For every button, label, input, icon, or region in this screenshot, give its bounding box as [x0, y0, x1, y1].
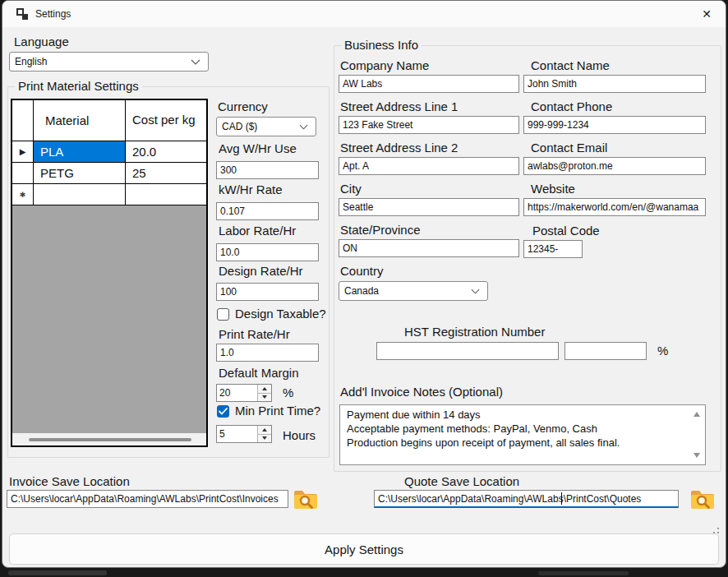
margin-spinner[interactable] [216, 384, 272, 402]
table-row-new[interactable]: ✱ [12, 184, 206, 205]
business-info-label: Business Info [341, 38, 422, 52]
website-input[interactable] [523, 198, 706, 216]
contact-phone-input[interactable] [523, 116, 706, 134]
min-hours-spinner[interactable] [216, 425, 272, 443]
min-print-time-label: Min Print Time? [235, 404, 320, 418]
resize-grip[interactable] [709, 524, 719, 533]
invoice-browse-button[interactable] [292, 487, 320, 511]
title-bar[interactable]: Settings ✕ [2, 1, 726, 27]
margin-increment-button[interactable] [258, 385, 271, 393]
hst-number-input[interactable] [376, 342, 559, 360]
desktop-artifact [538, 571, 629, 575]
material-cell[interactable]: PETG [34, 163, 126, 184]
grid-empty-area [12, 205, 206, 433]
row-header-cell[interactable]: ▶ [12, 141, 34, 163]
margin-input[interactable] [217, 385, 257, 401]
min-hours-spinner-buttons [257, 426, 271, 442]
cost-cell[interactable] [126, 184, 206, 205]
company-name-label: Company Name [340, 58, 429, 72]
grid-header-row: Material Cost per kg [12, 100, 206, 141]
margin-spinner-buttons [257, 385, 271, 401]
kwhr-rate-input[interactable] [216, 202, 319, 220]
min-hours-decrement-button[interactable] [258, 434, 271, 443]
language-value: English [15, 56, 47, 67]
min-hours-input[interactable] [217, 426, 257, 442]
quote-save-location-label: Quote Save Location [404, 474, 519, 488]
labor-rate-input[interactable] [216, 243, 319, 261]
language-select[interactable]: English [9, 52, 209, 72]
scroll-up-icon[interactable] [693, 412, 700, 417]
note-line: Acceptable payment methods: PayPal, Venm… [347, 422, 687, 436]
country-value: Canada [344, 285, 379, 297]
street1-input[interactable] [339, 116, 519, 134]
cost-cell[interactable]: 20.0 [126, 141, 206, 163]
material-grid[interactable]: Material Cost per kg ▶ PLA 20.0 PETG 25 … [11, 99, 208, 447]
window-title: Settings [35, 8, 71, 20]
invoice-notes-textarea[interactable]: Payment due within 14 days Acceptable pa… [339, 404, 706, 465]
cost-column-header[interactable]: Cost per kg [126, 100, 206, 141]
row-header-cell[interactable]: ✱ [12, 184, 34, 205]
street1-label: Street Address Line 1 [340, 99, 458, 113]
hst-percent-label: % [657, 344, 668, 358]
note-line: Payment due within 14 days [347, 408, 687, 422]
settings-window: Settings ✕ Language English Print Materi… [2, 0, 726, 568]
scrollbar-thumb[interactable] [29, 438, 191, 441]
min-hours-increment-button[interactable] [258, 426, 271, 434]
table-row[interactable]: PETG 25 [12, 163, 206, 184]
material-column-header[interactable]: Material [34, 100, 126, 141]
contact-email-input[interactable] [523, 157, 706, 175]
margin-decrement-button[interactable] [258, 393, 271, 402]
labor-rate-label: Labor Rate/Hr [219, 224, 296, 238]
app-icon-square-solid [22, 14, 28, 20]
print-material-settings-label: Print Material Settings [15, 79, 142, 93]
city-input[interactable] [339, 198, 519, 216]
chevron-down-icon [299, 124, 308, 130]
currency-select[interactable]: CAD ($) [216, 117, 316, 136]
quote-save-path-input[interactable] [374, 490, 679, 508]
avg-whr-input[interactable] [216, 161, 319, 179]
currency-value: CAD ($) [222, 121, 257, 132]
invoice-save-path-input[interactable] [7, 490, 288, 508]
close-button[interactable]: ✕ [688, 1, 726, 27]
country-select[interactable]: Canada [339, 281, 488, 301]
design-rate-label: Design Rate/Hr [219, 264, 303, 278]
print-rate-input[interactable] [216, 344, 319, 362]
invoice-save-location-label: Invoice Save Location [9, 474, 130, 488]
chevron-down-icon [471, 288, 480, 294]
apply-settings-button[interactable]: Apply Settings [9, 533, 719, 565]
company-name-input[interactable] [339, 75, 519, 93]
arrow-down-icon [262, 395, 267, 399]
state-province-input[interactable] [339, 239, 519, 257]
postal-code-input[interactable] [523, 240, 583, 258]
cost-cell[interactable]: 25 [126, 163, 206, 184]
checkmark-icon [219, 408, 228, 415]
language-label: Language [14, 35, 69, 48]
desktop-artifact [8, 570, 107, 575]
city-label: City [340, 182, 362, 196]
quote-save-path-field [374, 490, 679, 508]
row-header-cell[interactable] [12, 163, 34, 184]
design-taxable-checkbox[interactable] [217, 308, 229, 321]
print-rate-label: Print Rate/Hr [219, 327, 290, 341]
quote-browse-button[interactable] [689, 487, 716, 511]
contact-name-input[interactable] [523, 75, 706, 93]
table-row[interactable]: ▶ PLA 20.0 [12, 141, 206, 163]
chevron-down-icon [191, 59, 200, 65]
margin-percent-label: % [283, 385, 293, 399]
grid-corner-cell[interactable] [12, 100, 34, 141]
scroll-down-icon[interactable] [693, 453, 700, 458]
hst-registration-label: HST Registration Number [404, 325, 545, 339]
arrow-down-icon [262, 436, 267, 440]
app-icon [16, 8, 28, 20]
website-label: Website [531, 182, 575, 196]
hst-rate-input[interactable] [564, 342, 647, 360]
grid-horizontal-scrollbar[interactable] [12, 433, 206, 445]
arrow-up-icon [262, 387, 267, 390]
design-rate-input[interactable] [216, 283, 319, 301]
country-label: Country [340, 264, 384, 278]
material-cell[interactable] [34, 184, 126, 205]
invoice-notes-label: Add'l Invoice Notes (Optional) [340, 385, 503, 399]
street2-input[interactable] [339, 157, 519, 175]
min-print-time-checkbox[interactable] [217, 405, 229, 418]
material-cell[interactable]: PLA [34, 141, 126, 163]
